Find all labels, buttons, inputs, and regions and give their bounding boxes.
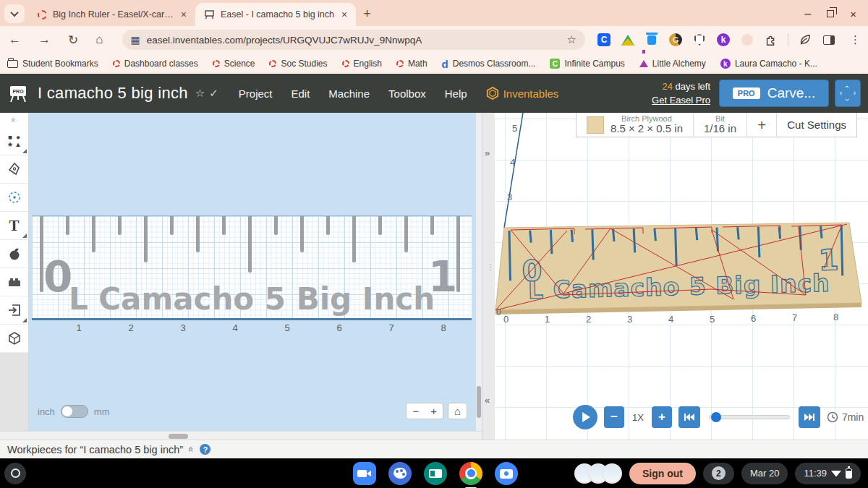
site-info-icon[interactable]: ▦ bbox=[131, 34, 140, 46]
units-toggle[interactable] bbox=[61, 405, 88, 418]
import-tool[interactable] bbox=[0, 296, 28, 325]
divider-grip-icon[interactable]: ⋮ bbox=[487, 266, 494, 269]
drive-extension-icon[interactable] bbox=[621, 35, 634, 46]
goguardian-extension-icon[interactable]: G bbox=[669, 33, 682, 46]
bookmark-little-alchemy[interactable]: Little Alchemy bbox=[639, 59, 706, 69]
preview-3d-view[interactable]: 0 1 L Camacho 5 Big Inch 012345678 543 0 bbox=[495, 113, 868, 440]
gallery-app-icon[interactable] bbox=[424, 462, 447, 485]
bookmark-math[interactable]: Math bbox=[396, 59, 427, 69]
help-icon[interactable]: ? bbox=[200, 444, 210, 455]
shield-extension-icon[interactable] bbox=[694, 34, 705, 46]
bookmark-student-bookmarks[interactable]: Student Bookmarks bbox=[7, 59, 98, 69]
bookmark-soc-studies[interactable]: Soc Studies bbox=[269, 59, 327, 69]
bit-selector[interactable]: Bit1/16 in bbox=[693, 113, 746, 137]
browser-menu-icon[interactable]: ⋮ bbox=[846, 33, 868, 46]
drill-point-tool[interactable] bbox=[0, 184, 28, 212]
bookmark-star-icon[interactable]: ☆ bbox=[567, 33, 576, 46]
expand-panel-chevron[interactable]: » bbox=[485, 147, 490, 158]
dimmed-extension-icon[interactable] bbox=[741, 34, 753, 46]
material-selector[interactable]: Birch Plywood8.5 × 2 × 0.5 in bbox=[576, 113, 693, 137]
chrome-app-icon[interactable] bbox=[459, 462, 482, 485]
notification-counter[interactable]: 2 bbox=[703, 463, 734, 484]
new-tab-button[interactable]: + bbox=[363, 7, 371, 22]
trash-extension-icon[interactable] bbox=[647, 35, 656, 45]
carve-button[interactable]: PRO Carve... bbox=[719, 80, 829, 107]
tab-easel-project[interactable]: Easel - I camacho 5 big inch × bbox=[195, 3, 356, 26]
collapse-toolbar-button[interactable]: « bbox=[0, 113, 28, 127]
collapse-workpieces-chevron[interactable]: « bbox=[186, 447, 197, 452]
workpiece[interactable]: 0 1 L Camacho 5 Big Inch bbox=[32, 215, 472, 320]
panel-divider[interactable]: » ⋮ « bbox=[482, 113, 495, 440]
url-text[interactable]: easel.inventables.com/projects/URGQVUJC7… bbox=[147, 35, 561, 46]
tab-search-button[interactable] bbox=[4, 4, 25, 23]
speed-down-button[interactable]: − bbox=[604, 406, 624, 428]
tab-close-icon[interactable]: × bbox=[179, 9, 188, 20]
menu-edit[interactable]: Edit bbox=[292, 87, 310, 100]
menu-machine[interactable]: Machine bbox=[328, 87, 370, 100]
account-avatars[interactable] bbox=[574, 463, 622, 484]
zoom-in-button[interactable]: + bbox=[425, 405, 443, 417]
launcher-button[interactable] bbox=[4, 463, 26, 484]
design-text[interactable]: L Camacho 5 Big Inch bbox=[32, 281, 472, 317]
easel-logo-icon[interactable]: PRO bbox=[7, 82, 29, 104]
speed-up-button[interactable]: + bbox=[652, 406, 672, 428]
scrollbar-thumb[interactable] bbox=[477, 386, 481, 418]
bookmark-science[interactable]: Science bbox=[213, 59, 255, 69]
menu-help[interactable]: Help bbox=[445, 87, 467, 100]
collapse-panel-chevron[interactable]: « bbox=[485, 395, 490, 406]
canvas-horizontal-scrollbar[interactable] bbox=[0, 431, 482, 440]
design-canvas[interactable]: 0 1 L Camacho 5 Big Inch 12345678 inch m… bbox=[29, 113, 476, 431]
bookmark-desmos[interactable]: dDesmos Classroom... bbox=[442, 58, 536, 70]
3d-view-tool[interactable] bbox=[0, 325, 28, 353]
side-panel-icon[interactable] bbox=[823, 35, 835, 45]
kami-extension-icon[interactable]: k bbox=[717, 33, 730, 46]
bookmark-laura-camacho[interactable]: kLaura Camacho - K... bbox=[720, 59, 817, 69]
minimize-button[interactable]: – bbox=[804, 7, 811, 20]
zoom-app-icon[interactable] bbox=[353, 462, 376, 485]
address-bar[interactable]: ▦ easel.inventables.com/projects/URGQVUJ… bbox=[122, 30, 585, 50]
extensions-puzzle-icon[interactable] bbox=[765, 33, 778, 46]
get-easel-pro-link[interactable]: Get Easel Pro bbox=[652, 95, 710, 106]
status-tray[interactable]: 11:39 bbox=[795, 463, 861, 484]
design-library-tool[interactable] bbox=[0, 240, 28, 268]
add-bit-button[interactable]: + bbox=[746, 113, 776, 137]
menu-project[interactable]: Project bbox=[239, 87, 273, 100]
bookmark-dashboard-classes[interactable]: Dashboard classes bbox=[113, 59, 198, 69]
sign-out-button[interactable]: Sign out bbox=[629, 463, 696, 484]
battery-saver-leaf-icon[interactable] bbox=[799, 33, 812, 46]
play-button[interactable] bbox=[573, 405, 597, 429]
zoom-out-button[interactable]: − bbox=[407, 405, 425, 417]
inventables-brand[interactable]: Inventables bbox=[486, 87, 559, 100]
jog-machine-button[interactable]: ›››› bbox=[835, 80, 861, 107]
zoom-home-button[interactable]: ⌂ bbox=[448, 405, 467, 417]
canvas-vertical-scrollbar[interactable] bbox=[476, 113, 482, 431]
clever-extension-icon[interactable]: C bbox=[597, 33, 610, 46]
favorite-star-icon[interactable]: ☆ bbox=[195, 87, 205, 100]
slider-knob[interactable] bbox=[711, 412, 721, 422]
camera-app-icon[interactable] bbox=[495, 462, 518, 485]
tab-close-icon[interactable]: × bbox=[340, 9, 349, 20]
tab-big-inch-ruler[interactable]: Big Inch Ruler - Easel/X-carve × bbox=[29, 3, 195, 26]
skip-to-end-button[interactable] bbox=[799, 406, 820, 428]
shapes-tool[interactable]: ■●★▲ bbox=[0, 127, 28, 155]
close-window-button[interactable]: × bbox=[850, 8, 856, 20]
brick-tool[interactable] bbox=[0, 268, 28, 296]
text-tool[interactable]: T bbox=[0, 212, 28, 240]
pen-tool[interactable] bbox=[0, 155, 28, 184]
forward-button[interactable]: → bbox=[30, 33, 59, 47]
cut-settings-button[interactable]: Cut Settings bbox=[776, 113, 856, 137]
bookmark-english[interactable]: English bbox=[342, 59, 382, 69]
restore-button[interactable] bbox=[827, 10, 834, 17]
scrollbar-thumb[interactable] bbox=[169, 434, 188, 439]
date-pill[interactable]: Mar 20 bbox=[741, 463, 788, 484]
bookmark-infinite-campus[interactable]: CInfinite Campus bbox=[550, 59, 624, 69]
skip-to-start-button[interactable] bbox=[678, 406, 700, 428]
project-title[interactable]: I camacho 5 big inch bbox=[38, 84, 188, 103]
simulation-slider[interactable] bbox=[709, 415, 790, 419]
home-button[interactable]: ⌂ bbox=[87, 33, 111, 47]
canvas-app-icon[interactable] bbox=[388, 462, 412, 485]
workpieces-bar[interactable]: Workpieces for “I camacho 5 big inch” « … bbox=[0, 440, 868, 458]
menu-toolbox[interactable]: Toolbox bbox=[388, 87, 426, 100]
back-button[interactable]: ← bbox=[0, 33, 30, 47]
reload-button[interactable]: ↻ bbox=[59, 33, 87, 48]
